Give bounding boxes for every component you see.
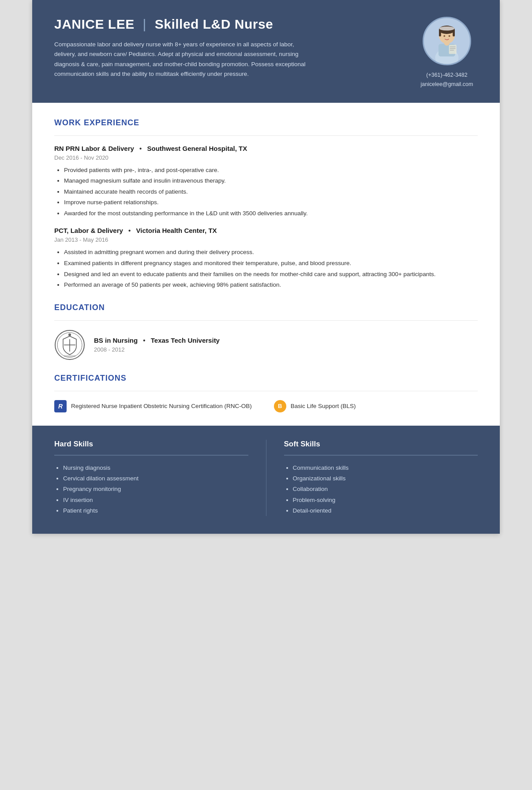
- job-2-company: Victoria Health Center, TX: [136, 227, 217, 234]
- hard-skills-col: Hard Skills Nursing diagnosis Cervical d…: [54, 440, 266, 516]
- list-item: Examined patients in different pregnancy…: [64, 258, 478, 268]
- name-title: JANICE LEE | Skilled L&D Nurse: [54, 17, 403, 32]
- university-logo: [54, 329, 85, 360]
- job-title: Skilled L&D Nurse: [155, 17, 273, 31]
- job-2-dates: Jan 2013 - May 2016: [54, 236, 478, 243]
- list-item: Patient rights: [63, 505, 248, 516]
- list-item: Improve nurse-patient relationships.: [64, 198, 478, 207]
- edu-sep: •: [143, 337, 145, 344]
- svg-rect-14: [450, 48, 456, 49]
- resume-wrapper: JANICE LEE | Skilled L&D Nurse Compassio…: [32, 0, 500, 534]
- cert-2-text: Basic Life Support (BLS): [291, 403, 356, 409]
- job-1-title: RN PRN Labor & Delivery: [54, 145, 134, 152]
- hard-skills-divider: [54, 455, 248, 456]
- list-item: Assisted in admitting pregnant women and…: [64, 247, 478, 257]
- svg-point-10: [443, 35, 445, 37]
- email: janicelee@gmail.com: [421, 80, 473, 89]
- list-item: Awarded for the most outstanding perform…: [64, 209, 478, 218]
- list-item: IV insertion: [63, 495, 248, 505]
- header-right: (+361)-462-3482 janicelee@gmail.com: [416, 17, 478, 90]
- job-1-sep: •: [139, 145, 142, 152]
- cert-divider: [54, 391, 478, 391]
- education-title: EDUCATION: [54, 303, 478, 312]
- phone: (+361)-462-3482: [421, 71, 473, 80]
- cert-1-text: Registered Nurse Inpatient Obstetric Nur…: [71, 403, 252, 409]
- cert-1: R Registered Nurse Inpatient Obstetric N…: [54, 400, 252, 412]
- name-separator: |: [143, 17, 150, 31]
- header-section: JANICE LEE | Skilled L&D Nurse Compassio…: [32, 0, 500, 103]
- svg-rect-13: [450, 46, 456, 47]
- soft-skills-divider: [284, 455, 478, 456]
- job-1: RN PRN Labor & Delivery • Southwest Gene…: [54, 145, 478, 218]
- edu-school: Texas Tech University: [151, 337, 220, 344]
- edu-degree-school: BS in Nursing • Texas Tech University: [94, 337, 220, 344]
- contact-info: (+361)-462-3482 janicelee@gmail.com: [421, 71, 473, 90]
- soft-skills-list: Communication skills Organizational skil…: [284, 463, 478, 516]
- list-item: Nursing diagnosis: [63, 463, 248, 473]
- hard-skills-title: Hard Skills: [54, 440, 248, 449]
- edu-years: 2008 - 2012: [94, 346, 220, 353]
- list-item: Organizational skills: [293, 473, 478, 484]
- list-item: Problem-solving: [293, 495, 478, 505]
- name: JANICE LEE: [54, 17, 135, 31]
- edu-divider: [54, 320, 478, 321]
- avatar-placeholder: [424, 18, 470, 64]
- job-2-title-line: PCT, Labor & Delivery • Victoria Health …: [54, 227, 478, 234]
- edu-details: BS in Nursing • Texas Tech University 20…: [94, 337, 220, 353]
- header-left: JANICE LEE | Skilled L&D Nurse Compassio…: [54, 17, 403, 79]
- cert-r-icon: R: [54, 400, 67, 412]
- main-content: WORK EXPERIENCE RN PRN Labor & Delivery …: [32, 103, 500, 426]
- list-item: Cervical dilation assessment: [63, 473, 248, 484]
- header-summary: Compassionate labor and delivery nurse w…: [54, 40, 310, 79]
- work-experience-title: WORK EXPERIENCE: [54, 118, 478, 127]
- list-item: Maintained accurate health records of pa…: [64, 187, 478, 197]
- edu-degree: BS in Nursing: [94, 337, 138, 344]
- svg-rect-15: [450, 50, 454, 51]
- job-2-title: PCT, Labor & Delivery: [54, 227, 123, 234]
- list-item: Managed magnesium sulfate and insulin in…: [64, 176, 478, 186]
- svg-rect-21: [64, 355, 75, 357]
- list-item: Designed and led an event to educate pat…: [64, 270, 478, 279]
- education-block: BS in Nursing • Texas Tech University 20…: [54, 329, 478, 360]
- avatar: [423, 17, 471, 65]
- list-item: Collaboration: [293, 484, 478, 494]
- soft-skills-title: Soft Skills: [284, 440, 478, 449]
- svg-rect-12: [449, 45, 457, 54]
- svg-rect-7: [439, 30, 441, 36]
- job-1-dates: Dec 2016 - Nov 2020: [54, 154, 478, 161]
- cert-row: R Registered Nurse Inpatient Obstetric N…: [54, 400, 478, 412]
- hard-skills-list: Nursing diagnosis Cervical dilation asse…: [54, 463, 248, 516]
- job-1-bullets: Provided patients with pre-, intra-, and…: [54, 165, 478, 218]
- cert-b-icon: B: [274, 400, 286, 412]
- list-item: Detail-oriented: [293, 505, 478, 516]
- svg-point-20: [68, 333, 71, 336]
- cert-2: B Basic Life Support (BLS): [274, 400, 356, 412]
- list-item: Provided patients with pre-, intra-, and…: [64, 165, 478, 175]
- job-1-company: Southwest General Hospital, TX: [147, 145, 247, 152]
- we-divider: [54, 135, 478, 136]
- list-item: Communication skills: [293, 463, 478, 473]
- svg-point-11: [449, 35, 450, 37]
- soft-skills-col: Soft Skills Communication skills Organiz…: [284, 440, 478, 516]
- job-1-title-line: RN PRN Labor & Delivery • Southwest Gene…: [54, 145, 478, 152]
- certifications-title: CERTIFICATIONS: [54, 374, 478, 383]
- job-2-sep: •: [128, 227, 131, 234]
- svg-rect-8: [453, 30, 455, 36]
- list-item: Performed an average of 50 patients per …: [64, 280, 478, 290]
- job-2: PCT, Labor & Delivery • Victoria Health …: [54, 227, 478, 289]
- job-2-bullets: Assisted in admitting pregnant women and…: [54, 247, 478, 289]
- svg-point-9: [439, 26, 454, 30]
- list-item: Pregnancy monitoring: [63, 484, 248, 494]
- skills-footer: Hard Skills Nursing diagnosis Cervical d…: [32, 426, 500, 534]
